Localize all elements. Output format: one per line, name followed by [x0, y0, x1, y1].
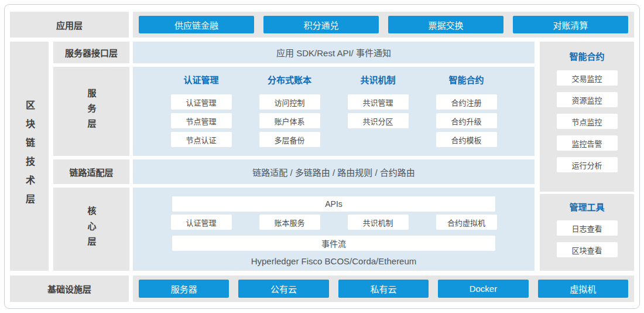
node-core-auth-management: 认证管理: [171, 215, 232, 230]
node-contract-vm: 合约虚拟机: [436, 215, 497, 230]
link-adapter-layer-label: 链路适配层: [69, 166, 113, 178]
node-block-viewer: 区块查看: [557, 242, 618, 257]
link-adapter-layer-strip: 链路适配 / 多链路由 / 路由规则 / 合约路由: [133, 159, 535, 184]
node-operation-analysis: 运行分析: [557, 157, 618, 172]
infrastructure-layer-label: 基础设施层: [47, 283, 91, 295]
core-layer-label: 核心层: [85, 206, 98, 252]
platforms-text: Hyperledger Fisco BCOS/Corda/Ethereum: [133, 256, 535, 266]
node-supply-chain-finance: 供应链金融: [139, 16, 254, 33]
node-reconciliation-clearing: 对账清算: [513, 16, 628, 33]
node-multilayer-backup: 多层备份: [259, 132, 320, 147]
node-auth-management: 认证管理: [171, 94, 232, 110]
service-column-consensus-header: 共识机制: [334, 74, 422, 86]
application-layer-strip: 供应链金融 积分通兑 票据交换 对账清算: [133, 12, 634, 38]
node-private-cloud: 私有云: [338, 280, 429, 298]
node-monitor-alert: 监控告警: [557, 135, 618, 151]
node-access-control: 访问控制: [259, 94, 320, 110]
node-server: 服务器: [139, 280, 229, 298]
node-consensus-partition: 共识分区: [348, 113, 409, 128]
infrastructure-layer-label-box: 基础设施层: [10, 275, 129, 302]
node-bill-exchange: 票据交换: [388, 16, 503, 33]
service-column-auth: 认证管理 认证管理 节点管理 节点认证: [157, 74, 245, 151]
node-docker: Docker: [438, 280, 528, 298]
link-adapter-text: 链路适配 / 多链路由 / 路由规则 / 合约路由: [252, 166, 415, 178]
node-points-exchange: 积分通兑: [263, 16, 379, 33]
node-node-authentication: 节点认证: [171, 132, 232, 147]
node-public-cloud: 公有云: [238, 280, 328, 298]
service-layer-label: 服务层: [85, 89, 98, 134]
application-layer-label: 应用层: [56, 19, 83, 31]
node-resource-monitor: 资源监控: [557, 92, 618, 107]
node-consensus-management: 共识管理: [348, 94, 409, 110]
service-layer-label-box: 服务层: [53, 67, 129, 156]
node-contract-upgrade: 合约升级: [436, 113, 497, 128]
node-contract-register: 合约注册: [436, 94, 497, 110]
node-account-system: 账户体系: [259, 113, 320, 128]
server-interface-layer-label-box: 服务器接口层: [53, 42, 129, 63]
sdk-api-text: 应用 SDK/Rest API/ 事件通知: [276, 46, 391, 59]
service-column-consensus: 共识机制 共识管理 共识分区: [334, 74, 422, 151]
server-interface-layer-label: 服务器接口层: [65, 46, 118, 59]
node-ledger-service: 账本服务: [259, 215, 320, 230]
smart-contract-monitor-panel: 智能合约 交易监控 资源监控 节点监控 监控告警 运行分析: [540, 42, 634, 192]
server-interface-layer-strip: 应用 SDK/Rest API/ 事件通知: [133, 42, 535, 63]
node-log-viewer: 日志查看: [557, 220, 618, 236]
link-adapter-layer-label-box: 链路适配层: [53, 159, 129, 184]
core-layer-panel: APIs 认证管理 账本服务 共识机制 合约虚拟机 事件流 Hyperledge…: [133, 188, 535, 271]
service-column-ledger: 分布式账本 访问控制 账户体系 多层备份: [245, 74, 334, 151]
node-node-management: 节点管理: [171, 113, 232, 128]
node-event-stream-bar: 事件流: [172, 236, 495, 251]
service-column-contract-header: 智能合约: [422, 74, 511, 86]
smart-contract-monitor-header: 智能合约: [540, 51, 634, 63]
node-node-monitor: 节点监控: [557, 114, 618, 129]
service-column-ledger-header: 分布式账本: [245, 74, 334, 86]
infrastructure-layer-strip: 服务器 公有云 私有云 Docker 虚拟机: [133, 275, 634, 302]
service-column-auth-header: 认证管理: [157, 74, 245, 86]
node-transaction-monitor: 交易监控: [557, 70, 618, 86]
blockchain-tech-layer-box: 区块链技术层: [10, 42, 49, 271]
service-column-contract: 智能合约 合约注册 合约升级 合约模板: [422, 74, 511, 151]
node-apis-bar: APIs: [172, 196, 495, 212]
core-layer-label-box: 核心层: [53, 188, 129, 271]
service-layer-panel: 认证管理 认证管理 节点管理 节点认证 分布式账本 访问控制 账户体系 多层备份…: [133, 67, 535, 156]
application-layer-label-box: 应用层: [10, 12, 129, 38]
node-consensus-mechanism: 共识机制: [348, 215, 409, 230]
management-tools-header: 管理工具: [540, 202, 634, 213]
blockchain-tech-layer-label: 区块链技术层: [22, 100, 36, 213]
node-contract-template: 合约模板: [436, 132, 497, 147]
node-virtual-machine: 虚拟机: [538, 280, 628, 298]
management-tools-panel: 管理工具 日志查看 区块查看: [540, 194, 634, 271]
